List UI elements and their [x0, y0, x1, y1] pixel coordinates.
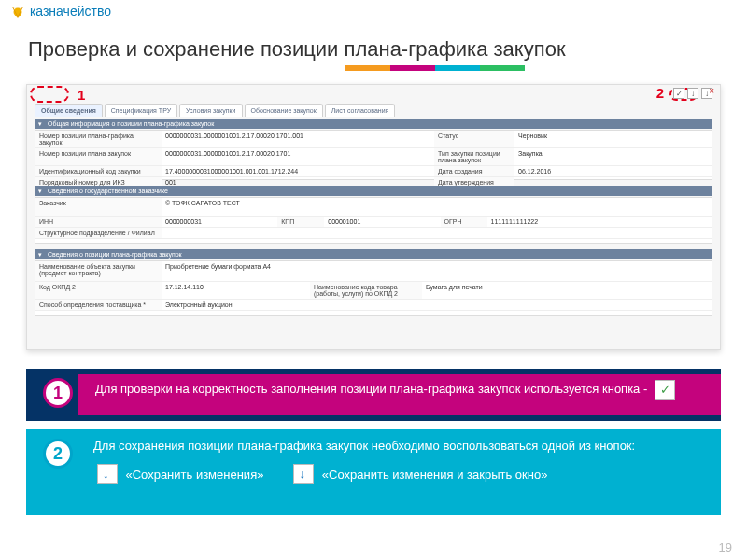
value: 0000000031.0000001001.2.17.00020.1701 — [162, 148, 434, 165]
value: Электронный аукцион — [162, 300, 712, 310]
label: Заказчик — [35, 198, 162, 216]
instruction-text-1: Для проверки на корректность заполнения … — [78, 374, 721, 415]
save-close-label: «Сохранить изменения и закрыть окно» — [322, 467, 548, 481]
label: ОГРН — [441, 217, 487, 227]
value: 06.12.2016 — [514, 166, 712, 176]
label: Дата создания — [434, 166, 514, 176]
value: 1111111111222 — [487, 217, 712, 227]
chevron-down-icon: ▾ — [38, 251, 42, 259]
save-option-2: «Сохранить изменения и закрыть окно» — [289, 464, 547, 484]
value: © ТОФК САРАТОВ ТЕСТ — [162, 198, 712, 216]
label: КПП — [277, 217, 324, 227]
label: Наименование кода товара (работы, услуги… — [310, 282, 422, 299]
page-title: Проверка и сохранение позиции плана-граф… — [28, 37, 566, 62]
section-title: Сведения о позиции плана-графика закупок — [48, 251, 182, 258]
section-title: Сведения о государственном заказчике — [48, 188, 168, 194]
grid-position: Наименование объекта закупки (предмет ко… — [35, 260, 712, 316]
value — [162, 228, 712, 238]
save-option-1: «Сохранить изменения» — [93, 464, 263, 484]
tab-general[interactable]: Общие сведения — [35, 104, 103, 117]
value: Закупка — [514, 148, 712, 165]
section-header-general[interactable]: ▾Общая информация о позиции плана-график… — [35, 119, 712, 129]
validate-button-icon — [655, 380, 675, 400]
site-header-text: казначейство — [30, 4, 111, 19]
value: Приобретение бумаги формата А4 — [162, 261, 712, 281]
tab-spec[interactable]: Спецификация ТРУ — [105, 104, 177, 117]
label: Наименование объекта закупки (предмет ко… — [35, 261, 162, 281]
validate-icon[interactable]: ✓ — [673, 88, 684, 99]
label: Способ определения поставщика * — [35, 300, 162, 310]
close-icon[interactable]: × — [709, 86, 714, 96]
label: Статус — [434, 131, 514, 147]
section-header-customer[interactable]: ▾Сведения о государственном заказчике — [35, 186, 712, 196]
tab-bar: Общие сведения Спецификация ТРУ Условия … — [35, 104, 395, 117]
save-buttons-row: «Сохранить изменения» «Сохранить изменен… — [26, 458, 721, 494]
value: Черновик — [514, 131, 712, 147]
label: Номер позиции плана закупок — [35, 148, 162, 165]
value: 17.12.14.110 — [162, 282, 310, 299]
tab-conditions[interactable]: Условия закупки — [179, 104, 242, 117]
save-label: «Сохранить изменения» — [125, 467, 263, 481]
save-icon[interactable]: ↓ — [687, 88, 698, 99]
emblem-icon — [9, 4, 26, 21]
value: 17.4000000031000001001.001.001.1712.244 — [162, 166, 434, 176]
tab-approval[interactable]: Лист согласования — [325, 104, 396, 117]
grid-customer: Заказчик© ТОФК САРАТОВ ТЕСТ ИНН000000003… — [35, 197, 712, 244]
value: Бумага для печати — [422, 282, 712, 299]
save-icon — [97, 464, 118, 484]
instruction-text-2: Для сохранения позиции плана-графика зак… — [26, 429, 721, 458]
chevron-down-icon: ▾ — [38, 188, 42, 195]
instruction-panel-2: 2 Для сохранения позиции плана-графика з… — [26, 429, 721, 515]
value: 0000000031 — [162, 217, 277, 227]
tab-justification[interactable]: Обоснование закупок — [245, 104, 323, 117]
instruction-panel-1: 1 Для проверки на корректность заполнени… — [26, 369, 721, 421]
label: Номер позиции плана-графика закупок — [35, 131, 162, 147]
label: Идентификационный код закупки — [35, 166, 162, 176]
text: Для проверки на корректность заполнения … — [95, 382, 647, 396]
chevron-down-icon: ▾ — [38, 120, 42, 128]
app-screenshot: 1 2 ✓ ↓ ↓ × Общие сведения Спецификация … — [26, 84, 721, 350]
label: Структурное подразделение / Филиал — [35, 228, 162, 238]
page-number: 19 — [719, 540, 732, 554]
section-title: Общая информация о позиции плана-графика… — [48, 120, 214, 127]
callout-number-1: 1 — [78, 87, 85, 103]
decorative-color-bar — [345, 65, 525, 71]
step-number-1: 1 — [43, 378, 73, 408]
save-close-icon — [293, 464, 314, 484]
callout-number-2: 2 — [656, 85, 664, 101]
window-toolbar: ✓ ↓ ↓ — [673, 88, 712, 99]
site-header: казначейство — [9, 4, 111, 21]
label: Тип закупки позиции плана закупок — [434, 148, 514, 165]
value: 000001001 — [324, 217, 440, 227]
step-number-2: 2 — [43, 439, 73, 469]
section-header-position[interactable]: ▾Сведения о позиции плана-графика закупо… — [35, 249, 712, 259]
grid-general: Номер позиции плана-графика закупок00000… — [35, 130, 712, 180]
label: ИНН — [35, 217, 162, 227]
callout-marker-1 — [30, 86, 69, 103]
value: 0000000031.0000001001.2.17.00020.1701.00… — [162, 131, 434, 147]
label: Код ОКПД 2 — [35, 282, 162, 299]
